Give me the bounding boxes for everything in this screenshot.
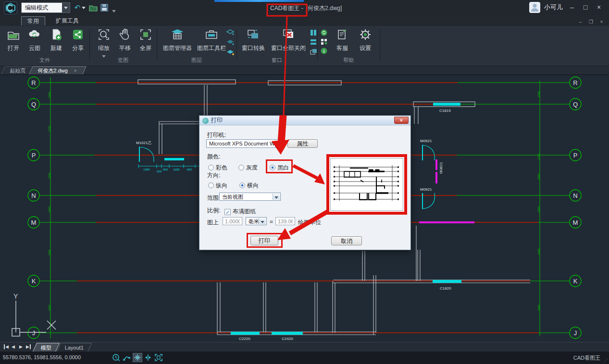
snap-crosshair-icon[interactable]: [133, 353, 142, 362]
new-button[interactable]: 新建: [47, 28, 66, 52]
label-m0921b: M0921: [420, 187, 432, 192]
group-separator: [317, 29, 318, 61]
unit-select[interactable]: 毫米: [246, 217, 267, 225]
label-m0821: M0821: [439, 162, 443, 174]
print-dialog: 打印 × 打印机: Microsoft XPS Document Writer …: [199, 115, 411, 250]
window-close-all-button[interactable]: 窗口全部关闭: [268, 28, 309, 52]
range-select[interactable]: 当前视图: [219, 193, 281, 201]
properties-button[interactable]: 属性: [287, 139, 318, 148]
group-label-layer: 图层: [157, 57, 236, 64]
layer-lock-icon[interactable]: [226, 49, 235, 57]
layer-state-icons: [226, 29, 235, 57]
feature-grid-icon[interactable]: [320, 38, 329, 46]
mdi-restore-button[interactable]: ❐: [587, 19, 595, 24]
chevron-down-icon: [275, 140, 282, 147]
tab-layout1[interactable]: Layout1: [57, 343, 92, 352]
settings-button[interactable]: 设置: [355, 28, 376, 52]
open-button[interactable]: 打开: [4, 28, 23, 52]
minimize-button[interactable]: –: [566, 2, 578, 12]
help-small-icons: [320, 29, 329, 55]
cloud-button[interactable]: 云图: [25, 28, 44, 52]
scale-label: 比例:: [207, 206, 220, 215]
user-account[interactable]: 小可儿: [529, 2, 563, 13]
label-c1820: C1820: [440, 286, 451, 291]
group-label-view: 览图: [89, 57, 157, 64]
drawing-canvas[interactable]: R Q P N M K J R Q P N M K J 1800 3700 28…: [0, 75, 609, 342]
toolbar-options-icon[interactable]: [112, 6, 116, 14]
print-preview-highlight: [326, 154, 407, 215]
radio-landscape[interactable]: 横向: [239, 181, 259, 190]
dim-text: 1500: [537, 91, 540, 97]
dim-text: 2800: [48, 172, 51, 179]
layer-toolbar-button[interactable]: 图层工具栏: [195, 28, 228, 52]
highlight-box-print: [247, 233, 283, 248]
fullscreen-button[interactable]: 全屏: [136, 28, 155, 52]
window-switch-button[interactable]: 窗口转换: [239, 28, 267, 52]
radio-icon[interactable]: [238, 165, 244, 170]
open-file-icon[interactable]: [88, 3, 98, 14]
close-button[interactable]: ×: [593, 2, 605, 12]
layer-manager-button[interactable]: 图层管理器: [160, 28, 195, 52]
tab-model[interactable]: 模型: [33, 343, 60, 352]
zoom-extents-icon[interactable]: [154, 353, 163, 362]
checkbox-checked-icon[interactable]: ✓: [224, 209, 231, 215]
dim-text: 3700: [48, 125, 51, 132]
tab-common[interactable]: 常用: [21, 16, 45, 25]
grid-letter: K: [573, 278, 578, 285]
radio-icon[interactable]: [208, 165, 214, 170]
layer-on-icon[interactable]: [226, 29, 235, 36]
label-c2420: C2420: [282, 337, 293, 341]
printer-select[interactable]: Microsoft XPS Document Writer: [206, 139, 283, 148]
dialog-title-bar[interactable]: 打印: [199, 116, 410, 125]
radio-color[interactable]: 彩色: [208, 163, 227, 172]
avatar: [529, 2, 540, 13]
radio-icon-selected[interactable]: [239, 182, 245, 188]
edit-mode-dropdown[interactable]: 编辑模式: [21, 2, 70, 13]
on-paper-label: 图上: [207, 218, 219, 227]
tab-drawing[interactable]: 何俊杰2.dwg ×: [29, 66, 86, 74]
zoom-button[interactable]: 缩放: [93, 28, 114, 59]
print-dialog-icon: [202, 118, 209, 124]
last-layout-button[interactable]: ▶: [26, 344, 31, 349]
save-icon[interactable]: [100, 3, 109, 14]
resize-grip[interactable]: ⋰: [603, 358, 608, 363]
mdi-close-button[interactable]: ×: [598, 19, 605, 24]
app-logo-icon[interactable]: [4, 1, 17, 14]
undo-dropdown-icon[interactable]: [81, 2, 87, 13]
fit-paper-checkbox[interactable]: ✓布满图纸: [224, 206, 256, 216]
cancel-button[interactable]: 取消: [331, 236, 362, 245]
tab-close-icon[interactable]: ×: [74, 67, 77, 75]
dialog-close-button[interactable]: ×: [394, 117, 409, 124]
door-dim: 200: [157, 170, 162, 173]
zoom-realtime-icon[interactable]: [112, 353, 121, 362]
next-layout-button[interactable]: ▶: [19, 344, 23, 349]
pan-button[interactable]: 平移: [115, 28, 135, 52]
group-separator: [157, 29, 157, 61]
door-dim: 1000: [143, 168, 150, 171]
print-preview: [330, 158, 403, 211]
measure-polyline-icon[interactable]: [122, 353, 132, 362]
check-update-icon[interactable]: [320, 29, 329, 36]
layer-freeze-icon[interactable]: [226, 39, 235, 47]
info-icon[interactable]: [320, 47, 329, 55]
label-m1021: M1021乙: [136, 141, 151, 145]
grid-letter: R: [573, 79, 577, 86]
customer-service-button[interactable]: 客服: [332, 28, 353, 52]
tab-extensions[interactable]: 扩展工具: [50, 16, 85, 25]
radio-portrait[interactable]: 纵向: [208, 181, 227, 190]
prev-layout-button[interactable]: ◀: [12, 344, 15, 349]
first-layout-button[interactable]: ◀: [4, 344, 9, 349]
radio-icon[interactable]: [208, 182, 214, 188]
on-paper-input[interactable]: [223, 217, 242, 225]
dim-text: 1800: [537, 206, 540, 213]
drawing-units-input[interactable]: [275, 217, 295, 225]
title-bar: 编辑模式 ↶ CAD看图王 -[何俊杰2.dwg] 小可儿 – □ ×: [0, 0, 609, 15]
radio-gray[interactable]: 灰度: [238, 163, 258, 172]
mdi-minimize-button[interactable]: –: [577, 19, 584, 24]
ortho-toggle-icon[interactable]: [143, 353, 153, 362]
equals-sign: =: [270, 218, 273, 225]
window-title-app: CAD看图王 -: [267, 3, 306, 13]
window-title-doc: [何俊杰2.dwg]: [306, 5, 342, 12]
share-button[interactable]: 分享: [68, 28, 87, 52]
maximize-button[interactable]: □: [579, 2, 592, 12]
